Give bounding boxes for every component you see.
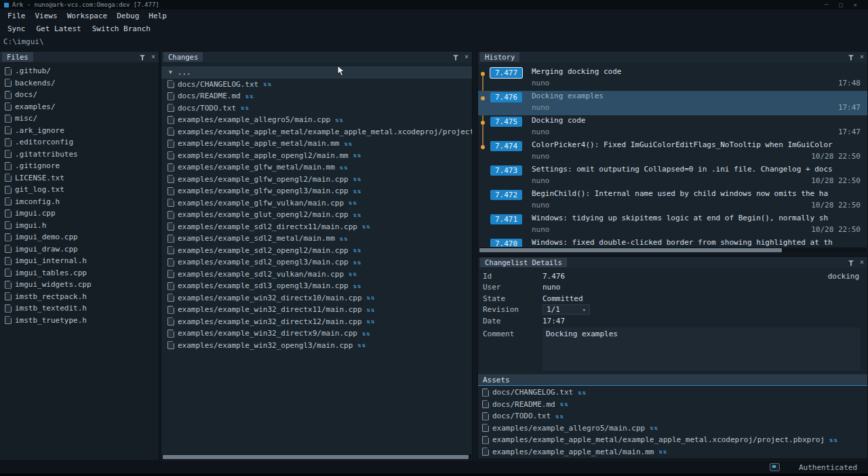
- revision-dropdown[interactable]: 1/1 ▾: [542, 304, 590, 315]
- asset-path: docs/TODO.txt: [492, 412, 551, 420]
- changed-file-row[interactable]: examples/example_apple_metal/example_app…: [161, 126, 472, 138]
- minimize-button[interactable]: ─: [825, 1, 828, 8]
- toolbar-button[interactable]: Sync: [2, 24, 31, 33]
- history-item[interactable]: 7.473 Settings: omit outputing Collapsed…: [478, 164, 867, 189]
- file-tree-item[interactable]: .gitattributes: [0, 148, 159, 161]
- file-tree-item[interactable]: misc/: [0, 113, 159, 125]
- file-name: .ark_ignore: [15, 126, 64, 135]
- file-icon: [5, 138, 12, 146]
- changed-file-row[interactable]: examples/example_sdl2_directx11/main.cpp…: [161, 221, 472, 233]
- file-tree-item[interactable]: LICENSE.txt: [0, 172, 159, 184]
- history-item[interactable]: 7.475 Docking code nuno 17:47: [478, 115, 867, 140]
- close-icon[interactable]: ×: [860, 52, 864, 62]
- file-tree-item[interactable]: git_log.txt: [0, 184, 159, 196]
- changed-file-row[interactable]: docs/TODO.txt ⇅⇅: [161, 102, 472, 115]
- close-icon[interactable]: ×: [151, 52, 155, 62]
- asset-row[interactable]: docs/README.md ⇅⇅: [478, 399, 867, 411]
- timeline-dot-icon: [481, 96, 485, 100]
- changed-file-row[interactable]: examples/example_sdl2_opengl3/main.cpp ⇅…: [161, 256, 472, 269]
- file-icon: [482, 412, 489, 420]
- menu-item[interactable]: File: [3, 12, 31, 20]
- menu-item[interactable]: Help: [144, 12, 172, 20]
- menu-item[interactable]: Views: [31, 12, 62, 20]
- toolbar-button[interactable]: Switch Branch: [87, 24, 156, 33]
- file-tree-item[interactable]: imstb_truetype.h: [0, 315, 159, 327]
- history-panel-header: History ×: [478, 52, 867, 62]
- changed-file-row[interactable]: examples/example_glut_opengl2/main.cpp ⇅…: [161, 209, 472, 221]
- changed-file-row[interactable]: examples/example_win32_opengl3/main.cpp …: [161, 340, 472, 352]
- asset-row[interactable]: examples/example_apple_metal/main.mm ⇅⇅: [478, 446, 867, 458]
- changed-file-row[interactable]: examples/example_sdl2_vulkan/main.cpp ⇅⇅: [161, 269, 472, 281]
- changed-file-row[interactable]: examples/example_glfw_opengl2/main.cpp ⇅…: [161, 174, 472, 186]
- changed-file-row[interactable]: examples/example_win32_directx9/main.cpp…: [161, 328, 472, 340]
- file-tree-item[interactable]: .gitignore: [0, 160, 159, 172]
- tab-changes[interactable]: Changes: [163, 52, 203, 62]
- changed-file-row[interactable]: examples/example_apple_metal/main.mm ⇅⇅: [161, 138, 472, 150]
- changed-file-row[interactable]: examples/example_allegro5/main.cpp ⇅⇅: [161, 114, 472, 126]
- asset-row[interactable]: examples/example_allegro5/main.cpp ⇅⇅: [478, 422, 867, 435]
- toolbar-button[interactable]: Get Latest: [31, 24, 87, 33]
- tab-files[interactable]: Files: [2, 52, 33, 62]
- expand-arrow-icon[interactable]: ▼: [169, 69, 172, 75]
- changed-file-path: examples/example_sdl3_opengl3/main.cpp: [178, 281, 349, 290]
- file-icon: [167, 199, 174, 207]
- history-item[interactable]: 7.474 ColorPicker4(): Fixed ImGuiColorEd…: [478, 140, 867, 164]
- file-tree-item[interactable]: imgui_demo.cpp: [0, 231, 159, 243]
- file-icon: [5, 269, 12, 277]
- asset-row[interactable]: docs/TODO.txt ⇅⇅: [478, 410, 867, 422]
- changed-file-row[interactable]: examples/example_sdl2_metal/main.mm ⇅⇅: [161, 233, 472, 245]
- file-tree-item[interactable]: imstb_textedit.h: [0, 302, 159, 315]
- file-tree-item[interactable]: backends/: [0, 77, 159, 90]
- file-icon: [167, 306, 174, 314]
- changed-file-row[interactable]: examples/example_glfw_opengl3/main.cpp ⇅…: [161, 185, 472, 197]
- scrollbar-handle[interactable]: [479, 248, 782, 252]
- history-item[interactable]: 7.476 Docking examples nuno 17:47: [478, 91, 867, 115]
- close-icon[interactable]: ×: [465, 52, 469, 62]
- close-button[interactable]: ✕: [854, 1, 857, 8]
- changed-file-path: examples/example_sdl2_metal/main.mm: [178, 234, 335, 243]
- changed-file-row[interactable]: examples/example_sdl2_opengl2/main.cpp ⇅…: [161, 245, 472, 257]
- file-icon: [5, 210, 12, 218]
- changed-file-row[interactable]: examples/example_win32_directx11/main.cp…: [161, 304, 472, 316]
- file-tree-item[interactable]: imgui_internal.h: [0, 255, 159, 267]
- changed-file-row[interactable]: examples/example_glfw_vulkan/main.cpp ⇅⇅: [161, 197, 472, 210]
- filter-icon[interactable]: [848, 260, 854, 266]
- changed-file-row[interactable]: examples/example_apple_opengl2/main.mm ⇅…: [161, 150, 472, 162]
- history-item[interactable]: 7.477 Merging docking code nuno 17:48: [478, 66, 867, 91]
- file-tree-item[interactable]: imconfig.h: [0, 196, 159, 208]
- history-item[interactable]: 7.472 BeginChild(): Internal name used b…: [478, 189, 867, 213]
- history-item[interactable]: 7.471 Windows: tidying up skipitems logi…: [478, 213, 867, 237]
- file-tree-item[interactable]: examples/: [0, 101, 159, 113]
- changed-file-row[interactable]: examples/example_win32_directx10/main.cp…: [161, 292, 472, 304]
- file-tree-item[interactable]: imgui.h: [0, 220, 159, 232]
- file-tree-item[interactable]: imgui.cpp: [0, 207, 159, 220]
- changed-file-row[interactable]: examples/example_win32_directx12/main.cp…: [161, 316, 472, 328]
- file-tree-item[interactable]: imgui_widgets.cpp: [0, 279, 159, 291]
- filter-icon[interactable]: [848, 54, 854, 60]
- file-tree-item[interactable]: imgui_draw.cpp: [0, 243, 159, 256]
- changed-file-row[interactable]: docs/CHANGELOG.txt ⇅⇅: [161, 79, 472, 91]
- file-tree-item[interactable]: .github/: [0, 65, 159, 77]
- changed-file-row[interactable]: examples/example_sdl3_opengl3/main.cpp ⇅…: [161, 280, 472, 292]
- changed-file-row[interactable]: examples/example_glfw_metal/main.mm ⇅⇅: [161, 161, 472, 174]
- menu-item[interactable]: Workspace: [62, 12, 113, 20]
- scrollbar-handle[interactable]: [163, 455, 469, 459]
- menu-item[interactable]: Debug: [112, 12, 144, 20]
- asset-row[interactable]: examples/example_apple_metal/example_app…: [478, 434, 867, 446]
- file-tree-item[interactable]: .ark_ignore: [0, 125, 159, 137]
- file-tree-item[interactable]: imgui_tables.cpp: [0, 267, 159, 279]
- file-tree-item[interactable]: .editorconfig: [0, 136, 159, 148]
- tab-history[interactable]: History: [480, 52, 519, 62]
- file-tree-item[interactable]: docs/: [0, 89, 159, 101]
- close-icon[interactable]: ×: [860, 257, 864, 268]
- tab-changelist-details[interactable]: Changelist Details: [480, 258, 567, 267]
- changes-root-row[interactable]: ▼ ...: [161, 66, 472, 79]
- asset-row[interactable]: docs/CHANGELOG.txt ⇅⇅: [478, 386, 867, 399]
- changed-file-path: examples/example_sdl2_opengl3/main.cpp: [178, 258, 349, 266]
- filter-icon[interactable]: [453, 54, 459, 60]
- filter-icon[interactable]: [140, 54, 146, 60]
- file-tree-item[interactable]: imstb_rectpack.h: [0, 291, 159, 303]
- history-item[interactable]: 7.470 Windows: fixed double-clicked bord…: [478, 237, 867, 247]
- maximize-button[interactable]: □: [839, 1, 842, 8]
- changed-file-row[interactable]: docs/README.md ⇅⇅: [161, 90, 472, 102]
